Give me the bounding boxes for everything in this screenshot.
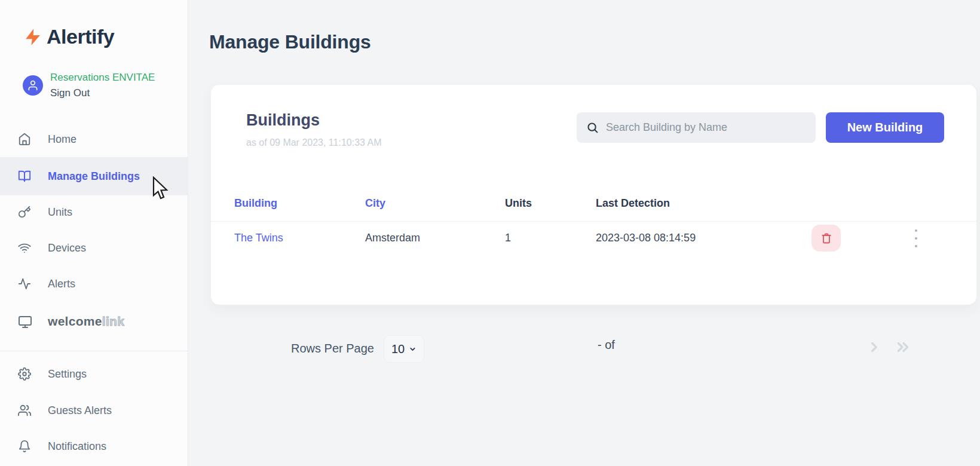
user-block: Reservations ENVITAE Sign Out [23, 72, 155, 99]
delete-building-button[interactable] [811, 225, 841, 252]
last-detection-cell: 2023-03-08 08:14:59 [596, 225, 696, 251]
brand-name: Alertify [47, 25, 114, 48]
buildings-card: Buildings as of 09 Mar 2023, 11:10:33 AM… [211, 85, 976, 305]
table-divider [211, 221, 976, 222]
sidebar-item-label: Manage Buildings [48, 170, 140, 183]
home-icon [18, 133, 31, 146]
double-chevron-right-icon [894, 339, 912, 355]
rows-per-page-value: 10 [391, 342, 405, 356]
bell-icon [18, 440, 31, 453]
page-title: Manage Buildings [209, 31, 371, 53]
sidebar-item-manage-buildings[interactable]: Manage Buildings [0, 157, 188, 195]
monitor-icon [18, 315, 31, 328]
sidebar-item-notifications[interactable]: Notifications [0, 427, 188, 465]
next-page-button[interactable] [866, 339, 882, 355]
wifi-icon [18, 241, 31, 255]
rows-per-page-select[interactable]: 10 [384, 335, 424, 363]
trash-icon [820, 232, 832, 244]
search-building-box[interactable] [577, 112, 816, 143]
activity-icon [18, 277, 31, 290]
user-name: Reservations ENVITAE [50, 72, 155, 84]
column-header-units[interactable]: Units [505, 191, 532, 215]
kebab-dot [915, 237, 917, 240]
book-open-icon [18, 170, 31, 183]
sidebar-item-label: Guests Alerts [48, 404, 112, 417]
card-timestamp: as of 09 Mar 2023, 11:10:33 AM [246, 137, 382, 148]
search-icon [586, 121, 599, 134]
sidebar-item-label: Units [48, 206, 72, 219]
sidebar-item-guests-alerts[interactable]: Guests Alerts [0, 391, 188, 430]
column-header-last-detection[interactable]: Last Detection [596, 191, 670, 215]
sidebar-item-label: Alerts [48, 278, 75, 290]
key-icon [18, 206, 31, 219]
chevron-right-icon [866, 339, 882, 355]
kebab-dot [915, 229, 917, 232]
welcomelink-wordmark: welcomelink [48, 314, 124, 329]
brand-logo: Alertify [24, 25, 114, 48]
gear-icon [18, 367, 31, 381]
search-building-input[interactable] [606, 121, 806, 134]
chevron-down-icon [409, 345, 416, 353]
sidebar-item-units[interactable]: Units [0, 193, 188, 231]
sidebar-item-devices[interactable]: Devices [0, 229, 188, 267]
sidebar: Alertify Reservations ENVITAE Sign Out H… [0, 0, 188, 466]
new-building-button[interactable]: New Building [826, 112, 944, 143]
sidebar-item-label: Notifications [48, 440, 106, 453]
table-row: The Twins Amsterdam 1 2023-03-08 08:14:5… [211, 225, 976, 251]
kebab-dot [915, 245, 917, 247]
column-header-city[interactable]: City [365, 191, 385, 215]
sign-out-link[interactable]: Sign Out [50, 87, 155, 99]
table-header-row: Building City Units Last Detection [211, 191, 976, 215]
sidebar-item-label: Settings [48, 368, 87, 381]
sidebar-item-label: Home [48, 133, 76, 146]
card-title: Buildings [246, 111, 320, 130]
sidebar-item-home[interactable]: Home [0, 120, 188, 158]
lightning-bolt-icon [24, 26, 42, 48]
column-header-building[interactable]: Building [234, 191, 277, 215]
sidebar-item-label: Devices [48, 242, 86, 255]
city-cell: Amsterdam [365, 225, 420, 251]
units-cell: 1 [505, 225, 511, 251]
user-icon [27, 79, 39, 91]
user-avatar[interactable] [23, 75, 43, 96]
sidebar-item-welcomelink[interactable]: welcomelink [0, 302, 188, 341]
last-page-button[interactable] [894, 339, 912, 355]
users-icon [18, 404, 31, 417]
rows-per-page-label: Rows Per Page [291, 342, 374, 355]
sidebar-item-alerts[interactable]: Alerts [0, 265, 188, 303]
pagination-range-label: - of [598, 338, 615, 352]
building-link[interactable]: The Twins [234, 225, 283, 251]
sidebar-item-settings[interactable]: Settings [0, 355, 188, 393]
row-menu-button[interactable] [911, 228, 921, 249]
sidebar-divider [0, 351, 188, 351]
